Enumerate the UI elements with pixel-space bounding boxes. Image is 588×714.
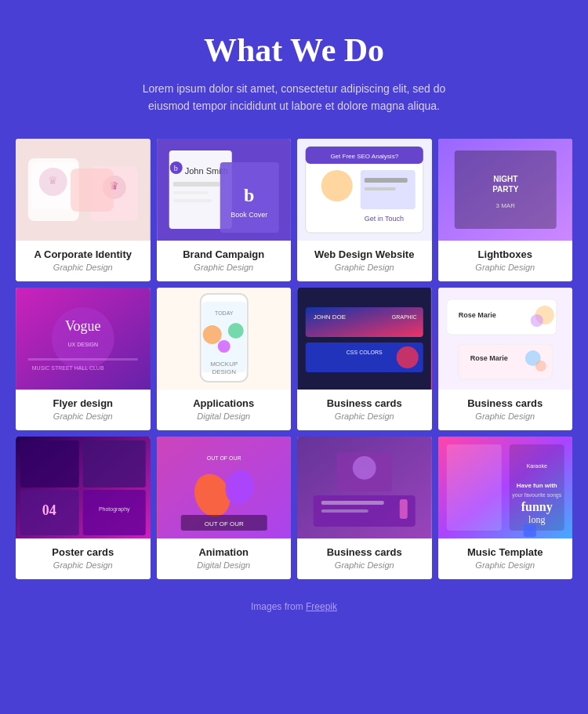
svg-rect-91 <box>523 524 535 537</box>
svg-rect-1 <box>28 158 79 221</box>
card-category-bizcard2: Graphic Design <box>445 411 567 421</box>
card-image-music: Karaoke Have fun with your favourite son… <box>438 437 573 538</box>
svg-point-52 <box>397 346 419 368</box>
svg-rect-80 <box>321 501 384 505</box>
card-category-applications: Digital Design <box>163 411 285 421</box>
svg-point-44 <box>217 340 230 353</box>
svg-rect-24 <box>365 178 408 183</box>
svg-point-22 <box>321 170 353 201</box>
svg-point-43 <box>227 323 243 339</box>
card-applications[interactable]: TODAY MOCKUP DESIGN ApplicationsDigital … <box>157 288 292 430</box>
svg-rect-13 <box>172 191 208 194</box>
card-title-brand: Brand Campaign <box>163 248 285 260</box>
svg-point-62 <box>535 361 546 371</box>
svg-text:b: b <box>173 164 177 172</box>
svg-rect-82 <box>400 499 408 519</box>
card-corporate[interactable]: ♛ ♛ A Corporate IdentityGraphic Design <box>16 139 151 281</box>
card-title-music: Music Template <box>445 546 567 558</box>
svg-text:Get Free SEO Analysis?: Get Free SEO Analysis? <box>330 153 398 160</box>
svg-text:JOHN DOE: JOHN DOE <box>314 314 346 321</box>
svg-text:Get in Touch: Get in Touch <box>365 215 404 223</box>
card-lightboxes[interactable]: NIGHT PARTY 3 MAR LightboxesGraphic Desi… <box>438 139 573 281</box>
svg-text:funny: funny <box>521 500 552 514</box>
card-image-webdesign: Get Free SEO Analysis? Get in Touch <box>297 139 432 241</box>
card-category-flyer: Graphic Design <box>22 411 144 421</box>
card-image-bizcard3 <box>297 437 432 538</box>
card-image-poster: 04 Photography <box>16 437 151 538</box>
page-title: What We Do <box>137 31 451 69</box>
svg-text:OUT OF OUR: OUT OF OUR <box>204 520 243 527</box>
card-title-lightboxes: Lightboxes <box>445 248 567 260</box>
svg-rect-36 <box>28 358 138 361</box>
card-category-bizcard3: Graphic Design <box>303 560 426 570</box>
svg-text:Have fun with: Have fun with <box>516 482 557 489</box>
svg-rect-68 <box>83 490 146 535</box>
card-title-animation: Animation <box>163 546 285 558</box>
card-image-bizcard1: JOHN DOE GRAPHIC CSS COLORS <box>297 288 432 390</box>
svg-rect-48 <box>306 307 423 337</box>
svg-point-58 <box>530 314 543 327</box>
card-image-bizcard2: Rose Marie Rose Marie <box>438 288 573 390</box>
svg-text:Rose Marie: Rose Marie <box>458 311 495 319</box>
svg-rect-65 <box>83 440 146 487</box>
card-title-corporate: A Corporate Identity <box>22 248 144 260</box>
card-category-corporate: Graphic Design <box>22 263 144 272</box>
svg-text:MUSIC STREET HALL CLUB: MUSIC STREET HALL CLUB <box>32 365 104 371</box>
svg-text:UX DESIGN: UX DESIGN <box>67 342 98 347</box>
svg-rect-47 <box>298 288 431 390</box>
card-category-lightboxes: Graphic Design <box>445 263 567 272</box>
page-subtitle: Lorem ipsum dolor sit amet, consectetur … <box>137 80 451 115</box>
card-category-poster: Graphic Design <box>22 560 144 570</box>
svg-text:♛: ♛ <box>48 175 58 187</box>
card-webdesign[interactable]: Get Free SEO Analysis? Get in Touch Web … <box>297 139 432 281</box>
card-title-bizcard2: Business cards <box>445 397 567 409</box>
svg-text:DESIGN: DESIGN <box>212 368 236 375</box>
svg-text:Vogue: Vogue <box>65 318 101 334</box>
svg-text:♛: ♛ <box>109 180 119 192</box>
card-flyer[interactable]: Vogue UX DESIGN MUSIC STREET HALL CLUB F… <box>16 288 151 430</box>
card-bizcard2[interactable]: Rose Marie Rose Marie Business cardsGrap… <box>438 288 573 430</box>
card-title-bizcard3: Business cards <box>303 546 426 558</box>
svg-text:b: b <box>244 185 254 205</box>
svg-text:Book Cover: Book Cover <box>230 211 267 219</box>
card-category-bizcard1: Graphic Design <box>303 411 426 421</box>
footer-credit: Images from Freepik <box>251 601 337 612</box>
svg-text:TODAY: TODAY <box>215 310 234 316</box>
card-image-corporate: ♛ ♛ <box>16 139 151 241</box>
card-title-webdesign: Web Design Website <box>303 248 426 260</box>
card-bizcard3[interactable]: Business cardsGraphic Design <box>297 437 432 579</box>
card-category-brand: Graphic Design <box>163 263 285 272</box>
svg-text:your favourite songs: your favourite songs <box>512 492 562 498</box>
svg-point-42 <box>202 325 221 344</box>
svg-text:Karaoke: Karaoke <box>526 463 546 469</box>
card-brand[interactable]: John Smith b b Book Cover Brand Campaign… <box>157 139 292 281</box>
card-image-lightboxes: NIGHT PARTY 3 MAR <box>438 139 573 241</box>
card-category-webdesign: Graphic Design <box>303 263 426 272</box>
svg-text:Rose Marie: Rose Marie <box>470 354 507 362</box>
svg-rect-25 <box>365 187 396 190</box>
card-animation[interactable]: OUT OF OUR OUT OF OUR AnimationDigital D… <box>157 437 292 579</box>
svg-point-2 <box>39 168 67 196</box>
card-title-bizcard1: Business cards <box>303 397 426 409</box>
portfolio-grid: ♛ ♛ A Corporate IdentityGraphic Design J… <box>16 139 572 579</box>
freepik-link[interactable]: Freepik <box>306 601 337 612</box>
card-bizcard1[interactable]: JOHN DOE GRAPHIC CSS COLORS Business car… <box>297 288 432 430</box>
svg-text:GRAPHIC: GRAPHIC <box>392 314 417 320</box>
svg-text:PARTY: PARTY <box>492 185 518 194</box>
card-category-animation: Digital Design <box>163 560 285 570</box>
svg-text:04: 04 <box>42 502 56 518</box>
svg-rect-14 <box>172 199 212 202</box>
svg-text:CSS COLORS: CSS COLORS <box>347 350 383 355</box>
svg-text:long: long <box>528 514 545 525</box>
card-title-poster: Poster cards <box>22 546 144 558</box>
card-poster[interactable]: 04 Photography Poster cardsGraphic Desig… <box>16 437 151 579</box>
svg-text:NIGHT: NIGHT <box>493 175 517 183</box>
page-header: What We Do Lorem ipsum dolor sit amet, c… <box>137 31 451 115</box>
svg-rect-12 <box>172 182 220 187</box>
svg-rect-84 <box>446 444 501 531</box>
svg-text:3 MAR: 3 MAR <box>495 202 515 209</box>
card-category-music: Graphic Design <box>445 560 567 570</box>
svg-text:MOCKUP: MOCKUP <box>210 361 238 368</box>
card-music[interactable]: Karaoke Have fun with your favourite son… <box>438 437 573 579</box>
svg-rect-64 <box>20 440 79 487</box>
